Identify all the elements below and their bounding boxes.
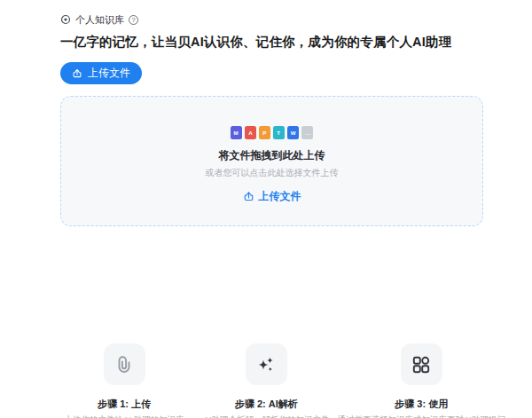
- grid-icon: [411, 354, 432, 375]
- knowledge-base-target-icon: [60, 14, 71, 25]
- paperclip-icon: [113, 354, 135, 375]
- file-type-markdown-icon: M: [231, 126, 242, 139]
- step-icon-box: [401, 343, 442, 385]
- file-dropzone[interactable]: M A P T W … 将文件拖拽到此处上传 或者您可以点击此处选择文件上传 上…: [60, 96, 483, 226]
- dropzone-sub-text: 或者您可以点击此处选择文件上传: [206, 167, 339, 179]
- step-title: 步骤 2: AI解析: [235, 398, 298, 411]
- file-type-pdf-icon: A: [245, 126, 256, 139]
- file-type-more-icon: …: [301, 126, 313, 139]
- step-icon-box: [104, 343, 145, 385]
- step-title: 步骤 1: 上传: [98, 398, 151, 411]
- section-label: 个人知识库: [75, 13, 124, 27]
- step-title: 步骤 3: 使用: [395, 398, 448, 411]
- upload-button-label: 上传文件: [88, 66, 130, 81]
- sparkles-icon: [255, 354, 277, 375]
- upload-file-link[interactable]: 上传文件: [243, 189, 301, 204]
- upload-icon: [243, 191, 254, 202]
- page-title: 一亿字的记忆，让当贝AI认识你、记住你，成为你的专属个人AI助理: [60, 34, 532, 51]
- dropzone-main-text: 将文件拖拽到此处上传: [219, 148, 325, 163]
- step-upload: 步骤 1: 上传 上传你的文件给AI 助理的知识库: [53, 343, 195, 418]
- help-icon[interactable]: ?: [129, 15, 138, 25]
- upload-link-label: 上传文件: [259, 189, 301, 204]
- step-description: 上传你的文件给AI 助理的知识库: [65, 414, 184, 418]
- knowledge-base-page: 个人知识库 ? 一亿字的记忆，让当贝AI认识你、记住你，成为你的专属个人AI助理…: [0, 0, 532, 418]
- step-use: 步骤 3: 使用 通过首页选择知识库或知识库页对AI助理提问: [338, 343, 505, 418]
- file-type-txt-icon: T: [273, 126, 285, 139]
- section-header: 个人知识库 ?: [60, 12, 532, 27]
- upload-file-button[interactable]: 上传文件: [60, 62, 142, 84]
- file-type-icons: M A P T W …: [231, 126, 313, 139]
- step-description: AI助理会拆解、解析你的知识文件: [203, 414, 329, 418]
- file-type-ppt-icon: P: [259, 126, 270, 139]
- upload-icon: [72, 68, 82, 79]
- step-ai-parse: 步骤 2: AI解析 AI助理会拆解、解析你的知识文件: [195, 343, 337, 418]
- steps-section: 步骤 1: 上传 上传你的文件给AI 助理的知识库 步骤 2: AI解析 AI助…: [53, 343, 505, 418]
- file-type-word-icon: W: [287, 126, 299, 139]
- step-icon-box: [246, 343, 287, 385]
- step-description: 通过首页选择知识库或知识库页对AI助理提问: [338, 414, 505, 418]
